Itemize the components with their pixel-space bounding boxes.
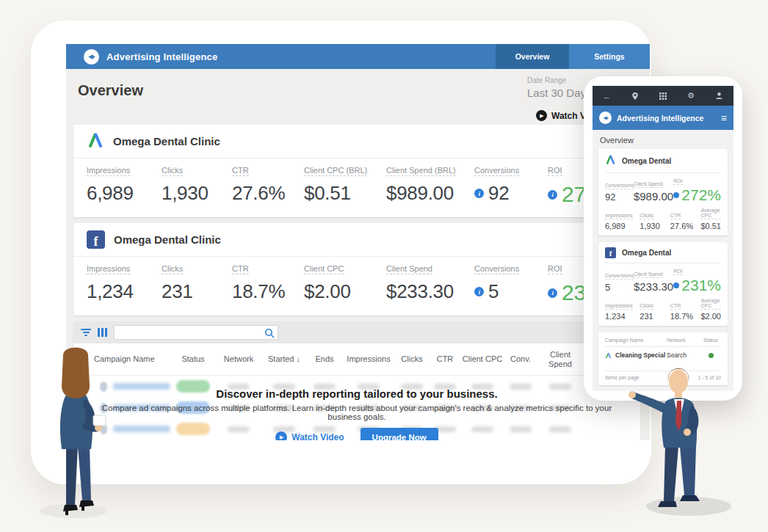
app-title: Advertising Intelligence [106,51,217,62]
google-ads-card: Omega Dental Clinic Impressions6,989 Cli… [73,125,640,217]
column-header-status[interactable]: Status [170,354,216,364]
column-header-clicks[interactable]: Clicks [395,354,429,364]
metric-value: 1,930 [162,182,232,205]
info-icon[interactable]: i [474,287,484,296]
column-header-conv[interactable]: Conv. [504,354,537,364]
megaphone-logo-icon [84,49,99,65]
column-header-started-sorted-desc[interactable]: Started ↓ [261,354,307,364]
play-icon: ▶ [275,431,287,440]
facebook-card: f Omega Dental Clinic Impressions1,234 C… [73,223,640,316]
info-icon[interactable]: i [548,190,557,200]
upgrade-now-button[interactable]: Upgrade Now [361,428,438,440]
apps-grid-icon[interactable] [659,92,667,100]
metric-label: Client Spend [386,264,432,274]
facebook-card-header: f Omega Dental Clinic [73,223,640,257]
phone-page-title: Overview [600,136,728,145]
search-box [114,325,278,340]
watch-video-link[interactable]: ▶ Watch Video [275,431,344,440]
metric-value: 231 [162,280,232,303]
metric-value: $233.30 [386,280,474,303]
filter-icon[interactable] [81,329,91,336]
columns-icon[interactable] [98,328,107,337]
column-header-client-spend[interactable]: Client Spend [537,350,583,368]
campaign-table-card: Campaign Name Status Network Started ↓ E… [73,321,640,440]
metric-label: Conversions [474,166,519,176]
phone-app-title: Advertising Intelligence [617,114,716,123]
metric-label: CTR [232,264,249,274]
facebook-metrics-row: Impressions1,234 Clicks231 CTR18.7% Clie… [73,257,640,314]
info-icon[interactable]: i [548,288,557,298]
metric-label: Client Spend (BRL) [386,166,456,176]
search-input[interactable] [117,326,261,339]
tablet-device-frame: Advertising Intelligence Overview Settin… [31,21,651,484]
megaphone-logo-icon [599,112,612,124]
phone-facebook-card: f Omega Dental Conversions5 Client Spend… [598,242,728,326]
marketing-hero: Advertising Intelligence Overview Settin… [0,0,768,532]
metric-value: 6,989 [87,182,162,205]
play-icon: ▶ [536,110,547,121]
app-header: Advertising Intelligence Overview Settin… [66,44,650,69]
column-header-ctr[interactable]: CTR [429,354,461,364]
illustration-man-pointing [626,338,737,520]
phone-google-card: Omega Dental Conversions92 Client Spend$… [598,149,728,236]
client-name: Omega Dental [622,249,671,257]
client-name: Omega Dental [622,157,671,165]
back-icon[interactable]: ← [603,92,611,101]
column-header-network[interactable]: Network [216,354,261,364]
metric-value: $0.51 [304,182,386,205]
metric-label: Client CPC [304,264,344,274]
client-name: Omega Dental Clinic [113,135,220,147]
metric-label: CTR [232,166,249,176]
metric-value: 5 [488,280,499,303]
column-header-client-cpc[interactable]: Client CPC [461,354,504,364]
metric-label: Impressions [87,264,130,274]
google-ads-icon [605,154,616,168]
metric-label: ROI [548,264,562,274]
metric-value: 27.6% [232,182,304,205]
phone-app-header: Advertising Intelligence ≡ [593,106,733,130]
upsell-body: Compare ad campaigns across multiple pla… [73,404,640,421]
client-name: Omega Dental Clinic [114,233,221,246]
tab-settings[interactable]: Settings [569,44,650,69]
metric-label: Impressions [87,166,130,176]
table-toolbar [73,321,640,343]
phone-browser-bar: ← ⚙ [593,86,733,106]
upsell-overlay: Discover in-depth reporting tailored to … [73,376,640,440]
hamburger-menu-icon[interactable]: ≡ [721,112,727,124]
metric-value: 92 [488,182,509,205]
app-screen: Advertising Intelligence Overview Settin… [66,44,650,440]
account-icon[interactable] [715,92,723,100]
roi-value: 231% [681,277,721,293]
info-icon[interactable]: i [474,189,484,198]
metric-label: Clicks [162,264,183,274]
metric-label: ROI [548,166,562,176]
google-metrics-row: Impressions6,989 Clicks1,930 CTR27.6% Cl… [73,158,640,216]
search-icon [264,328,275,338]
page-title: Overview [78,82,143,99]
info-icon[interactable] [673,192,679,198]
metric-value: $2.00 [304,280,386,303]
column-header-ends[interactable]: Ends [307,354,342,364]
tab-overview[interactable]: Overview [496,44,569,69]
google-card-header: Omega Dental Clinic [73,125,640,158]
roi-value: 272% [681,187,721,203]
google-ads-icon [605,352,612,359]
column-header-impressions[interactable]: Impressions [342,354,395,364]
metric-label: Conversions [474,264,519,274]
facebook-icon: f [87,230,105,249]
metric-value: 18.7% [232,280,304,303]
metric-label: Client CPC (BRL) [304,166,367,176]
table-header-row: Campaign Name Status Network Started ↓ E… [73,343,640,376]
info-icon[interactable] [673,283,679,288]
metric-value: $989.00 [386,182,474,205]
metric-value: 1,234 [87,280,162,303]
gear-icon[interactable]: ⚙ [687,91,695,101]
illustration-woman-with-coffee [34,345,116,521]
facebook-icon: f [605,247,616,258]
google-ads-icon [87,131,104,152]
location-pin-icon[interactable] [631,92,639,101]
upsell-heading: Discover in-depth reporting tailored to … [73,387,640,400]
metric-label: Clicks [162,166,183,176]
